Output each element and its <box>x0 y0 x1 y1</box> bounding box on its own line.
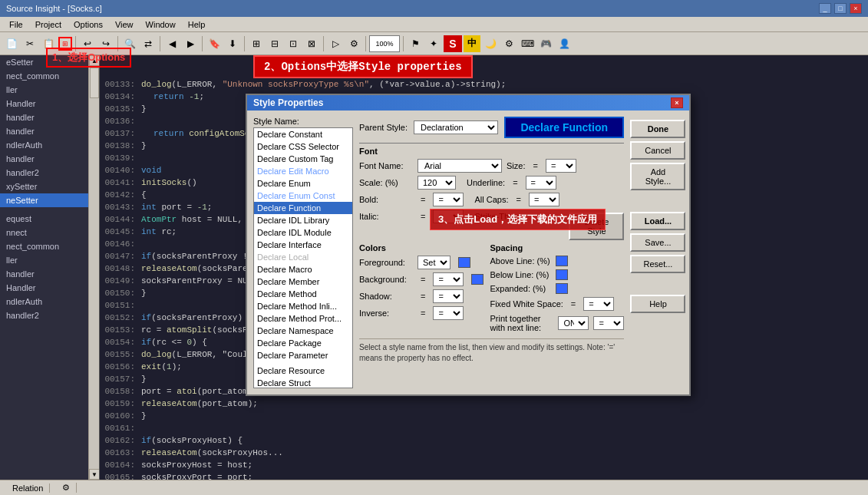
sidebar-item-handler8[interactable]: handler2 <box>0 309 88 322</box>
allcaps-select[interactable]: = <box>529 193 559 206</box>
sidebar-item-handler3[interactable]: handler <box>0 124 88 138</box>
style-item-declare-interface[interactable]: Declare Interface <box>254 239 352 251</box>
save-button[interactable]: Save... <box>630 233 685 252</box>
window-controls[interactable]: _ □ × <box>819 3 862 14</box>
reset-button[interactable]: Reset... <box>630 255 685 273</box>
sidebar-item-esetter[interactable]: eSetter <box>0 55 88 69</box>
menu-options[interactable]: Options <box>68 18 109 31</box>
toolbar-redo[interactable]: ↪ <box>97 35 114 52</box>
sidebar-item-ndlerauth2[interactable]: ndlerAuth <box>0 295 88 309</box>
style-item-declare-resource[interactable]: Declare Resource <box>254 365 352 377</box>
add-style-button[interactable]: Add Style... <box>630 163 685 190</box>
style-item-declare-function[interactable]: Declare Function <box>254 202 352 214</box>
toolbar-extra5[interactable]: 🌙 <box>482 35 499 52</box>
sidebar-item-handler4[interactable]: handler <box>0 152 88 166</box>
style-item-declare-enum[interactable]: Declare Enum <box>254 177 352 190</box>
style-item-declare-enum-const[interactable]: Declare Enum Const <box>254 190 352 202</box>
sidebar-item-nnect[interactable]: nnect <box>0 226 88 239</box>
shadow-select[interactable]: = <box>433 289 464 303</box>
toolbar-extra8[interactable]: 🎮 <box>537 35 554 52</box>
toolbar-cut[interactable]: ✂ <box>21 35 38 52</box>
toolbar-extra9[interactable]: 👤 <box>556 35 573 52</box>
print-together-select[interactable]: ON = <box>558 316 589 330</box>
sidebar-item-nect-common2[interactable]: nect_common <box>0 239 88 253</box>
style-item-declare-parameter[interactable]: Declare Parameter <box>254 349 352 361</box>
toolbar-table1[interactable]: ⊞ <box>248 35 265 52</box>
style-item-declare-method-proto[interactable]: Declare Method Prot... <box>254 312 352 325</box>
sidebar-item-handler7[interactable]: Handler <box>0 281 88 295</box>
style-item-declare-namespace[interactable]: Declare Namespace <box>254 325 352 337</box>
toolbar-extra3[interactable]: S <box>444 35 462 52</box>
foreground-select[interactable]: Set <box>417 256 451 269</box>
toolbar-bookmark[interactable]: 🔖 <box>206 35 223 52</box>
toolbar-extra4[interactable]: 中 <box>464 35 480 52</box>
done-button[interactable]: Done <box>630 120 685 138</box>
dialog-close-button[interactable]: × <box>671 97 683 108</box>
scale-select[interactable]: 120 <box>417 176 456 190</box>
style-list[interactable]: Declare Constant Declare CSS Selector De… <box>253 127 353 388</box>
sidebar-item-handler2[interactable]: handler <box>0 111 88 124</box>
menu-project[interactable]: Project <box>29 18 68 31</box>
toolbar-extra2[interactable]: ✦ <box>425 35 442 52</box>
toolbar-paste[interactable]: ⊞ <box>58 37 72 51</box>
minimize-button[interactable]: _ <box>819 3 831 14</box>
style-item-declare-macro[interactable]: Declare Macro <box>254 263 352 276</box>
menu-file[interactable]: File <box>3 18 29 31</box>
sidebar-item-ller2[interactable]: ller <box>0 253 88 267</box>
style-item-declare-edit[interactable]: Declare Edit Macro <box>254 165 352 177</box>
toolbar-forward[interactable]: ▶ <box>182 35 199 52</box>
sidebar-item-xysetter[interactable]: xySetter <box>0 180 88 193</box>
toolbar-copy[interactable]: 📋 <box>40 35 57 52</box>
style-item-declare-idl-mod[interactable]: Declare IDL Module <box>254 226 352 239</box>
scroll-thumb[interactable] <box>90 68 99 98</box>
style-item-declare-constant[interactable]: Declare Constant <box>254 128 352 140</box>
toolbar-search[interactable]: 🔍 <box>121 35 138 52</box>
maximize-button[interactable]: □ <box>834 3 847 14</box>
toolbar-next-bookmark[interactable]: ⬇ <box>224 35 241 52</box>
style-item-declare-local[interactable]: Declare Local <box>254 251 352 263</box>
sidebar-scrollbar[interactable]: ▲ ▼ <box>88 55 99 480</box>
print-together-select2[interactable]: = <box>593 316 624 330</box>
menu-view[interactable]: View <box>109 18 140 31</box>
style-item-declare-css[interactable]: Declare CSS Selector <box>254 140 352 153</box>
toolbar-table2[interactable]: ⊟ <box>266 35 283 52</box>
sidebar-item-ller[interactable]: ller <box>0 83 88 97</box>
sidebar-item-handler1[interactable]: Handler <box>0 97 88 111</box>
menu-help[interactable]: Help <box>182 18 212 31</box>
style-item-declare-member[interactable]: Declare Member <box>254 276 352 288</box>
toolbar-run[interactable]: ▷ <box>327 35 344 52</box>
toolbar-extra1[interactable]: ⚑ <box>407 35 424 52</box>
fixed-white-space-select[interactable]: = <box>583 297 614 311</box>
toolbar-extra6[interactable]: ⚙ <box>500 35 517 52</box>
sidebar-item-handler5[interactable]: handler2 <box>0 166 88 180</box>
help-button[interactable]: Help <box>630 295 685 313</box>
cancel-button[interactable]: Cancel <box>630 141 685 160</box>
bold-select[interactable]: = <box>433 193 464 206</box>
load-button[interactable]: Load... <box>630 212 685 230</box>
scroll-up-btn[interactable]: ▲ <box>89 55 100 66</box>
style-item-declare-method[interactable]: Declare Method <box>254 288 352 300</box>
style-item-declare-idl-lib[interactable]: Declare IDL Library <box>254 214 352 226</box>
style-item-declare-custom[interactable]: Declare Custom Tag <box>254 153 352 165</box>
toolbar-debug[interactable]: ⚙ <box>345 35 362 52</box>
toolbar-replace[interactable]: ⇄ <box>140 35 157 52</box>
style-item-declare-struct[interactable]: Declare Struct <box>254 377 352 388</box>
toolbar-back[interactable]: ◀ <box>163 35 180 52</box>
sidebar-item-handler6[interactable]: handler <box>0 267 88 281</box>
sidebar-item-ndlerauth[interactable]: ndlerAuth <box>0 138 88 152</box>
underline-select[interactable]: = <box>526 176 556 190</box>
parent-style-select[interactable]: Declaration <box>414 120 498 134</box>
toolbar-new[interactable]: 📄 <box>3 35 20 52</box>
menu-window[interactable]: Window <box>140 18 182 31</box>
close-button[interactable]: × <box>850 3 862 14</box>
font-name-select[interactable]: Arial <box>417 159 502 173</box>
toolbar-table4[interactable]: ⊠ <box>303 35 320 52</box>
sidebar-item-equest[interactable]: equest <box>0 212 88 226</box>
delete-style-button[interactable]: Delete Style <box>569 213 624 240</box>
style-item-declare-package[interactable]: Declare Package <box>254 337 352 349</box>
inverse-select[interactable]: = <box>433 306 464 320</box>
sidebar-item-nect-common[interactable]: nect_common <box>0 69 88 83</box>
size-select[interactable]: = <box>546 159 576 173</box>
toolbar-table3[interactable]: ⊡ <box>285 35 302 52</box>
background-select[interactable]: = <box>433 272 464 286</box>
